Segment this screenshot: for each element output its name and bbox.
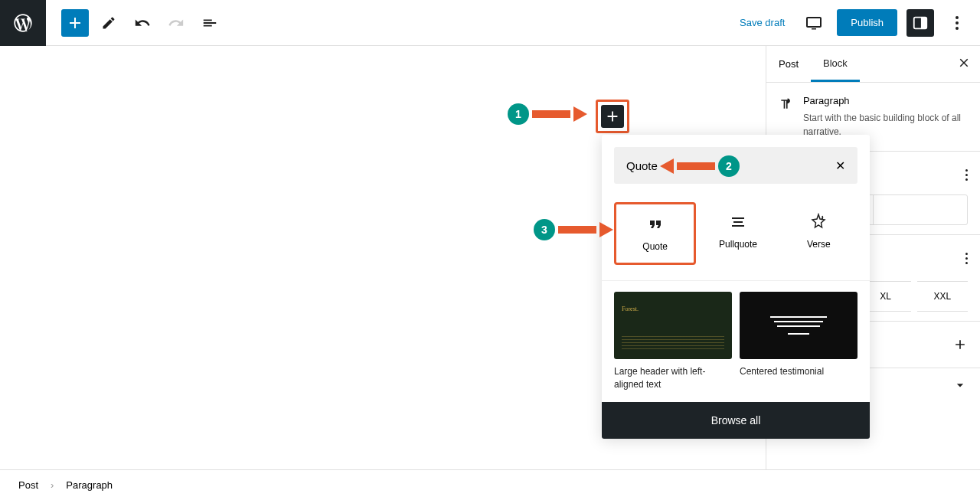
chevron-down-icon [952, 377, 968, 393]
add-icon[interactable] [952, 337, 968, 352]
wordpress-logo[interactable] [0, 0, 46, 46]
block-label: Verse [807, 239, 831, 250]
publish-button[interactable]: Publish [837, 9, 897, 36]
more-menu-icon[interactable] [943, 9, 971, 37]
document-outline-icon[interactable] [196, 9, 224, 37]
pattern-preview [614, 292, 732, 359]
svg-point-3 [956, 16, 959, 19]
toolbar-left [46, 9, 224, 37]
pattern-item[interactable]: Centered testimonial [740, 292, 858, 391]
panel-menu-icon[interactable] [965, 169, 968, 181]
breadcrumb-current[interactable]: Paragraph [66, 479, 113, 491]
edit-tool-icon[interactable] [95, 9, 122, 37]
block-label: Pullquote [719, 239, 757, 250]
breadcrumb-separator: › [51, 479, 54, 491]
pattern-label: Large header with left-aligned text [614, 365, 732, 391]
block-appender [596, 100, 629, 133]
pattern-preview [740, 292, 858, 359]
svg-rect-11 [732, 225, 744, 227]
breadcrumb: Post › Paragraph [0, 469, 980, 500]
svg-rect-9 [732, 217, 744, 219]
svg-point-4 [956, 21, 959, 25]
preview-device-icon[interactable] [800, 9, 828, 37]
panel-menu-icon[interactable] [965, 253, 968, 264]
svg-point-5 [956, 27, 959, 30]
svg-rect-2 [921, 17, 926, 28]
block-verse[interactable]: Verse [780, 202, 858, 265]
paragraph-icon [779, 95, 794, 113]
annotation-marker-1: 1 [508, 103, 587, 125]
block-label: Quote [642, 241, 668, 252]
annotation-marker-3: 3 [534, 219, 613, 240]
pattern-item[interactable]: Large header with left-aligned text [614, 292, 732, 391]
editor-top-bar: Save draft Publish [0, 0, 980, 46]
block-results: Quote Pullquote Verse [602, 196, 870, 280]
save-draft-link[interactable]: Save draft [733, 11, 791, 34]
pullquote-icon [729, 213, 747, 231]
clear-search-icon[interactable]: ✕ [835, 158, 845, 173]
block-inserter-popover: ✕ Quote Pullquote Verse Large header wit… [602, 135, 870, 439]
add-block-inline-button[interactable] [601, 105, 624, 128]
block-pullquote[interactable]: Pullquote [699, 202, 776, 265]
block-name: Paragraph [803, 95, 968, 106]
breadcrumb-root[interactable]: Post [18, 479, 38, 491]
svg-rect-10 [733, 221, 743, 223]
toolbar-right: Save draft Publish [733, 9, 980, 37]
quote-icon [646, 215, 665, 234]
add-block-inline-highlight [596, 100, 629, 133]
annotation-marker-2: 2 [660, 155, 740, 177]
add-block-button[interactable] [61, 9, 89, 37]
sidebar-tabs: Post Block [766, 46, 980, 83]
tab-post[interactable]: Post [766, 47, 811, 80]
browse-all-button[interactable]: Browse all [602, 402, 870, 439]
verse-icon [809, 213, 828, 231]
settings-panel-toggle[interactable] [906, 9, 934, 37]
sidebar-close-icon[interactable] [957, 56, 971, 73]
size-xxl-button[interactable]: XXL [917, 281, 968, 312]
redo-icon [162, 9, 190, 37]
pattern-results: Large header with left-aligned text Cent… [602, 280, 870, 402]
pattern-label: Centered testimonial [740, 365, 858, 378]
block-quote[interactable]: Quote [614, 202, 696, 265]
svg-rect-0 [812, 28, 816, 30]
tab-block[interactable]: Block [811, 47, 860, 82]
undo-icon[interactable] [129, 9, 156, 37]
